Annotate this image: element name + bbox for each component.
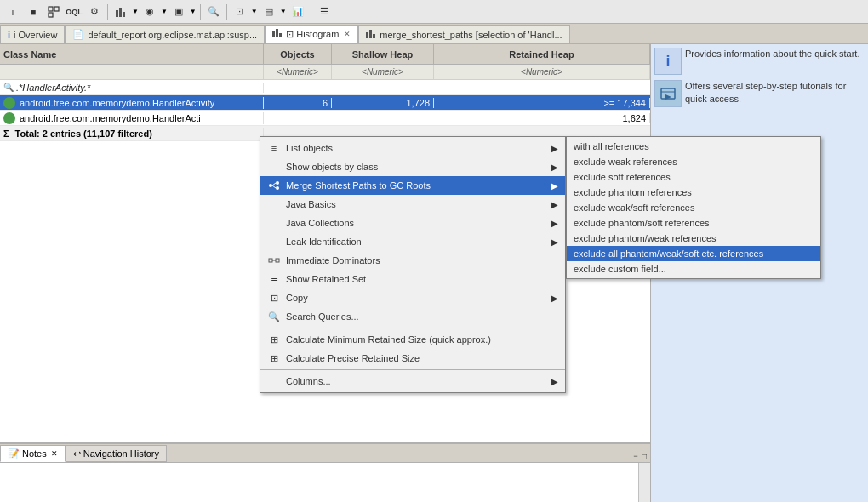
extra-btn[interactable]: ☰ xyxy=(315,3,334,21)
menu-java-basics-label: Java Basics xyxy=(286,199,336,209)
submenu-exclude-all-label: exclude all phantom/weak/soft etc. refer… xyxy=(574,248,763,259)
svg-rect-4 xyxy=(119,8,122,17)
svg-rect-9 xyxy=(366,32,368,38)
hist-dropdown[interactable]: ▼ xyxy=(132,8,139,15)
menu-show-by-class-label: Show objects by class xyxy=(286,162,378,172)
svg-rect-7 xyxy=(276,29,278,37)
copy-menu-icon: ⊡ xyxy=(267,291,281,305)
copy-dropdown[interactable]: ▼ xyxy=(251,8,258,15)
sep1 xyxy=(107,4,108,20)
search-queries-icon: 🔍 xyxy=(267,310,281,323)
tutorial-text: Offers several step-by-step tutorials fo… xyxy=(685,80,865,111)
export-btn[interactable]: ▤ xyxy=(260,3,278,21)
hist-btn[interactable] xyxy=(111,3,130,21)
btn3[interactable] xyxy=(44,3,63,21)
tab-histogram[interactable]: ⊡ Histogram ✕ xyxy=(265,25,358,43)
chart-btn[interactable]: 📊 xyxy=(288,3,307,21)
menu-java-basics[interactable]: Java Basics ▶ xyxy=(260,195,565,214)
tab-merge[interactable]: merge_shortest_paths [selection of 'Hand… xyxy=(358,25,569,43)
copy-btn[interactable]: ⊡ xyxy=(231,3,249,21)
svg-rect-2 xyxy=(49,13,53,17)
menu-calc-min-label: Calculate Minimum Retained Size (quick a… xyxy=(286,334,491,345)
copy-arrow: ▶ xyxy=(551,294,558,303)
nav-btn[interactable]: ◉ xyxy=(140,3,159,21)
subth-shallow: <Numeric> xyxy=(332,65,434,79)
svg-rect-8 xyxy=(279,33,282,37)
menu-merge-shortest[interactable]: Merge Shortest Paths to GC Roots ▶ xyxy=(260,176,565,195)
menu-separator2 xyxy=(260,369,565,370)
submenu-exclude-phantom-label: exclude phantom references xyxy=(574,187,692,197)
submenu-exclude-weak-soft-label: exclude weak/soft references xyxy=(574,203,694,213)
list-objects-icon: ≡ xyxy=(267,141,281,155)
tab-nav-history[interactable]: ↩ Navigation History xyxy=(66,445,167,462)
ql-btn[interactable]: OQL xyxy=(65,3,83,21)
submenu-exclude-weak-label: exclude weak references xyxy=(574,157,677,167)
filter-class-input[interactable]: 🔍 .*HandlerActivity.* xyxy=(0,83,264,93)
submenu-exclude-weak[interactable]: exclude weak references xyxy=(567,154,820,169)
java-collections-arrow: ▶ xyxy=(551,219,558,228)
row2-class-name: android.free.com.memorydemo.HandlerActi xyxy=(20,113,201,123)
info-btn[interactable]: i xyxy=(3,3,22,21)
row2-class: android.free.com.memorydemo.HandlerActi xyxy=(0,112,264,124)
calc-min-icon: ⊞ xyxy=(267,333,281,346)
menu-columns[interactable]: Columns... ▶ xyxy=(260,372,565,391)
menu-leak-id[interactable]: Leak Identification ▶ xyxy=(260,232,565,251)
menu-show-retained-label: Show Retained Set xyxy=(286,274,366,284)
notes-scrollbar[interactable] xyxy=(638,463,650,502)
submenu-exclude-phantom[interactable]: exclude phantom references xyxy=(567,185,820,200)
btn2[interactable]: ■ xyxy=(24,3,43,21)
menu-calc-min[interactable]: ⊞ Calculate Minimum Retained Size (quick… xyxy=(260,330,565,349)
table-row[interactable]: android.free.com.memorydemo.HandlerActiv… xyxy=(0,95,650,111)
notes-icon: 📝 xyxy=(8,448,20,459)
menu-list-objects[interactable]: ≡ List objects ▶ xyxy=(260,139,565,157)
menu-calc-precise[interactable]: ⊞ Calculate Precise Retained Size xyxy=(260,349,565,368)
filter-row[interactable]: 🔍 .*HandlerActivity.* xyxy=(0,80,650,95)
menu-show-by-class[interactable]: Show objects by class ▶ xyxy=(260,157,565,176)
menu-java-collections[interactable]: Java Collections ▶ xyxy=(260,214,565,232)
tutorial-text-content: Offers several step-by-step tutorials fo… xyxy=(685,80,865,106)
tab-histogram-close[interactable]: ✕ xyxy=(344,30,351,38)
tab-notes[interactable]: 📝 Notes ✕ xyxy=(0,445,66,462)
notes-close-icon[interactable]: ✕ xyxy=(51,449,58,458)
row1-retained: >= 17,344 xyxy=(434,98,650,108)
svg-rect-3 xyxy=(116,10,118,17)
gear-btn[interactable]: ⚙ xyxy=(85,3,104,21)
table-row[interactable]: android.free.com.memorydemo.HandlerActi … xyxy=(0,111,650,126)
immediate-dom-icon xyxy=(267,254,281,267)
tab-overview[interactable]: i i Overview xyxy=(0,25,65,43)
submenu-exclude-phantom-soft[interactable]: exclude phantom/soft references xyxy=(567,215,820,231)
view-dropdown[interactable]: ▼ xyxy=(190,8,197,15)
svg-rect-0 xyxy=(49,7,53,11)
submenu-exclude-all[interactable]: exclude all phantom/weak/soft etc. refer… xyxy=(567,246,820,261)
menu-search-queries[interactable]: 🔍 Search Queries... xyxy=(260,307,565,326)
submenu-exclude-custom[interactable]: exclude custom field... xyxy=(567,261,820,277)
minimize-btn[interactable]: － xyxy=(631,450,640,462)
menu-copy[interactable]: ⊡ Copy ▶ xyxy=(260,288,565,307)
tutorial-icon[interactable] xyxy=(654,80,682,107)
filter-icon: 🔍 xyxy=(3,83,14,92)
view-btn[interactable]: ▣ xyxy=(169,3,188,21)
tab-overview-label: i Overview xyxy=(14,30,57,40)
columns-icon xyxy=(267,374,281,388)
tab-default-report[interactable]: 📄 default_report org.eclipse.mat.api:sus… xyxy=(65,25,265,43)
submenu-exclude-soft[interactable]: exclude soft references xyxy=(567,169,820,185)
submenu-with-all[interactable]: with all references xyxy=(567,139,820,154)
submenu-overlay: with all references exclude weak referen… xyxy=(566,136,821,279)
search-btn[interactable]: 🔍 xyxy=(204,3,223,21)
leak-id-icon xyxy=(267,235,281,248)
submenu-exclude-phantom-weak[interactable]: exclude phantom/weak references xyxy=(567,231,820,246)
table-subheader: <Numeric> <Numeric> <Numeric> xyxy=(0,65,650,80)
context-menu: ≡ List objects ▶ Show objects by class ▶ xyxy=(260,136,566,393)
nav-history-icon: ↩ xyxy=(73,448,81,459)
maximize-btn[interactable]: □ xyxy=(642,452,647,461)
nav-dropdown[interactable]: ▼ xyxy=(161,8,168,15)
filter-class-value: .*HandlerActivity.* xyxy=(16,83,90,93)
table-header: Class Name Objects Shallow Heap Retained… xyxy=(0,44,650,65)
menu-show-retained[interactable]: ≣ Show Retained Set xyxy=(260,270,565,288)
export-dropdown[interactable]: ▼ xyxy=(280,8,287,15)
row2-icon xyxy=(3,112,15,124)
svg-line-16 xyxy=(272,185,276,188)
submenu-exclude-weak-soft[interactable]: exclude weak/soft references xyxy=(567,200,820,215)
menu-immediate-dom[interactable]: Immediate Dominators xyxy=(260,251,565,270)
row1-objects: 6 xyxy=(264,98,332,108)
